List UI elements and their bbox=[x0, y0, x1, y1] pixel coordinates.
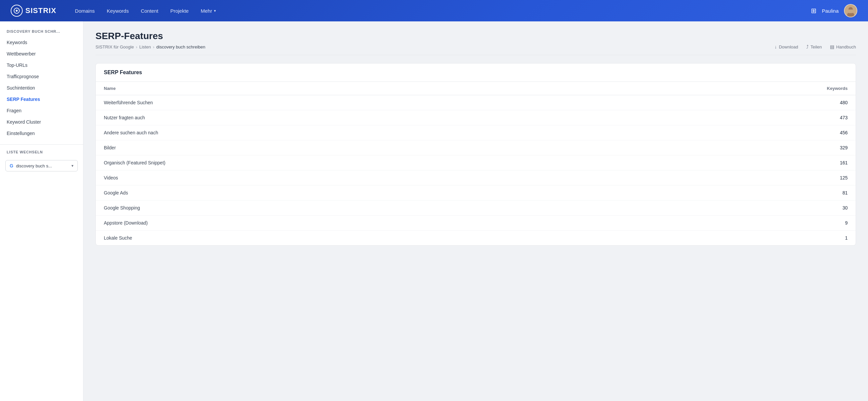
sidebar-item-trafficprognose[interactable]: Trafficprognose bbox=[0, 71, 83, 82]
nav-keywords[interactable]: Keywords bbox=[101, 5, 134, 17]
sidebar-item-einstellungen[interactable]: Einstellungen bbox=[0, 127, 83, 139]
nav-links: Domains Keywords Content Projekte Mehr ▾ bbox=[70, 5, 811, 17]
sidebar-item-serp-features[interactable]: SERP Features bbox=[0, 93, 83, 105]
download-icon: ↓ bbox=[775, 44, 777, 50]
table-row[interactable]: Appstore (Download) 9 bbox=[96, 216, 856, 231]
chevron-down-icon: ▾ bbox=[71, 164, 73, 168]
table-row[interactable]: Google Ads 81 bbox=[96, 185, 856, 200]
breadcrumb-sep-1: › bbox=[136, 45, 137, 50]
row-keywords: 473 bbox=[611, 110, 856, 125]
logo-text: SISTRIX bbox=[25, 6, 56, 15]
chevron-down-icon: ▾ bbox=[214, 9, 216, 13]
row-name: Bilder bbox=[96, 140, 611, 155]
table-row[interactable]: Weiterführende Suchen 480 bbox=[96, 95, 856, 110]
nav-right: ⊞ Paulina bbox=[811, 4, 857, 18]
row-keywords: 161 bbox=[611, 155, 856, 170]
top-navigation: SISTRIX Domains Keywords Content Projekt… bbox=[0, 0, 868, 21]
table-row[interactable]: Google Shopping 30 bbox=[96, 200, 856, 216]
sidebar-section2-title: LISTE WECHSELN bbox=[0, 150, 83, 157]
nav-mehr[interactable]: Mehr ▾ bbox=[195, 5, 221, 17]
sidebar-divider bbox=[0, 144, 83, 145]
sidebar-item-keyword-cluster[interactable]: Keyword Cluster bbox=[0, 116, 83, 127]
sidebar-item-fragen[interactable]: Fragen bbox=[0, 105, 83, 116]
breadcrumb: SISTRIX für Google › Listen › discovery … bbox=[95, 44, 856, 55]
breadcrumb-listen[interactable]: Listen bbox=[139, 45, 151, 50]
logo-icon bbox=[11, 5, 23, 17]
sidebar-item-top-urls[interactable]: Top-URLs bbox=[0, 59, 83, 71]
share-icon: ⤴ bbox=[806, 44, 809, 50]
table-row[interactable]: Andere suchen auch nach 456 bbox=[96, 125, 856, 140]
google-icon: G bbox=[10, 163, 13, 168]
page-title: SERP-Features bbox=[95, 31, 856, 41]
breadcrumb-current: discovery buch schreiben bbox=[156, 45, 205, 50]
row-keywords: 9 bbox=[611, 216, 856, 231]
sidebar-item-suchintention[interactable]: Suchintention bbox=[0, 82, 83, 93]
row-name: Lokale Suche bbox=[96, 231, 611, 246]
row-name: Google Ads bbox=[96, 185, 611, 200]
table-row[interactable]: Bilder 329 bbox=[96, 140, 856, 155]
row-keywords: 81 bbox=[611, 185, 856, 200]
handbuch-button[interactable]: ▤ Handbuch bbox=[830, 44, 856, 50]
user-name[interactable]: Paulina bbox=[822, 8, 839, 14]
sidebar: DISCOVERY BUCH SCHR... Keywords Wettbewe… bbox=[0, 21, 84, 401]
nav-domains[interactable]: Domains bbox=[70, 5, 100, 17]
row-name: Organisch (Featured Snippet) bbox=[96, 155, 611, 170]
table-row[interactable]: Videos 125 bbox=[96, 170, 856, 185]
main-content: SERP-Features SISTRIX für Google › Liste… bbox=[84, 21, 868, 401]
serp-features-table: Name Keywords Weiterführende Suchen 480 … bbox=[96, 82, 856, 245]
download-button[interactable]: ↓ Download bbox=[775, 44, 798, 50]
list-switcher-dropdown[interactable]: G discovery buch s... ▾ bbox=[5, 160, 78, 171]
sidebar-item-wettbewerber[interactable]: Wettbewerber bbox=[0, 48, 83, 59]
row-name: Andere suchen auch nach bbox=[96, 125, 611, 140]
row-keywords: 125 bbox=[611, 170, 856, 185]
row-keywords: 1 bbox=[611, 231, 856, 246]
share-button[interactable]: ⤴ Teilen bbox=[806, 44, 822, 50]
breadcrumb-sistrix[interactable]: SISTRIX für Google bbox=[95, 45, 134, 50]
row-keywords: 329 bbox=[611, 140, 856, 155]
nav-projekte[interactable]: Projekte bbox=[165, 5, 194, 17]
dropdown-label: discovery buch s... bbox=[16, 164, 52, 168]
row-keywords: 480 bbox=[611, 95, 856, 110]
serp-features-card: SERP Features Name Keywords Weiterführen… bbox=[95, 63, 856, 246]
sidebar-section-title: DISCOVERY BUCH SCHR... bbox=[0, 29, 83, 37]
row-name: Weiterführende Suchen bbox=[96, 95, 611, 110]
avatar[interactable] bbox=[844, 4, 857, 18]
svg-rect-5 bbox=[848, 9, 853, 13]
svg-point-1 bbox=[16, 10, 18, 12]
table-row[interactable]: Lokale Suche 1 bbox=[96, 231, 856, 246]
row-name: Google Shopping bbox=[96, 200, 611, 216]
nav-content[interactable]: Content bbox=[135, 5, 164, 17]
logo[interactable]: SISTRIX bbox=[11, 5, 56, 17]
sidebar-item-keywords[interactable]: Keywords bbox=[0, 37, 83, 48]
row-keywords: 456 bbox=[611, 125, 856, 140]
page-actions: ↓ Download ⤴ Teilen ▤ Handbuch bbox=[775, 44, 856, 50]
card-title: SERP Features bbox=[96, 63, 856, 82]
col-name-header: Name bbox=[96, 82, 611, 95]
row-name: Appstore (Download) bbox=[96, 216, 611, 231]
col-keywords-header: Keywords bbox=[611, 82, 856, 95]
row-name: Videos bbox=[96, 170, 611, 185]
row-keywords: 30 bbox=[611, 200, 856, 216]
book-icon: ▤ bbox=[830, 44, 834, 50]
table-row[interactable]: Organisch (Featured Snippet) 161 bbox=[96, 155, 856, 170]
row-name: Nutzer fragten auch bbox=[96, 110, 611, 125]
breadcrumb-sep-2: › bbox=[153, 45, 154, 50]
grid-icon[interactable]: ⊞ bbox=[811, 7, 816, 15]
table-row[interactable]: Nutzer fragten auch 473 bbox=[96, 110, 856, 125]
